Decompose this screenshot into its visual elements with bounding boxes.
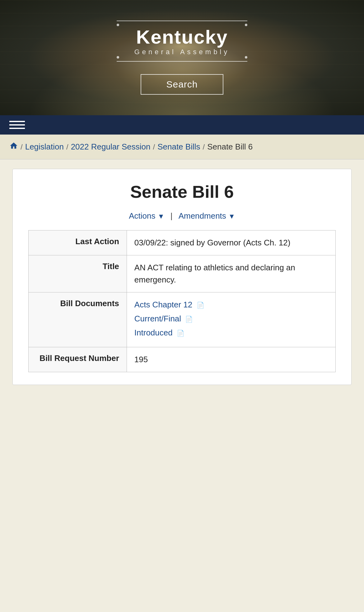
home-icon xyxy=(9,141,18,150)
logo-dots xyxy=(117,24,247,26)
menu-toggle-button[interactable] xyxy=(9,121,25,129)
amendments-label: Amendments xyxy=(179,211,226,221)
hamburger-line-2 xyxy=(9,124,25,126)
logo-dots-bottom xyxy=(117,56,247,59)
current-final-text: Current/Final xyxy=(134,314,181,323)
logo-container: Kentucky General Assembly xyxy=(117,21,247,62)
navbar xyxy=(0,115,364,135)
logo-dot-bottom-left xyxy=(117,56,119,59)
logo-top-line xyxy=(117,21,247,21)
hamburger-line-3 xyxy=(9,128,25,129)
search-container: Search xyxy=(141,74,223,95)
bill-request-row: Bill Request Number 195 xyxy=(29,347,336,372)
search-button[interactable]: Search xyxy=(141,74,223,95)
site-subtitle: General Assembly xyxy=(117,48,247,56)
breadcrumb: / Legislation / 2022 Regular Session / S… xyxy=(0,135,364,159)
bill-request-label: Bill Request Number xyxy=(29,347,127,372)
bill-info-table: Last Action 03/09/22: signed by Governor… xyxy=(28,230,336,372)
last-action-label: Last Action xyxy=(29,230,127,255)
hamburger-line-1 xyxy=(9,121,25,122)
actions-label: Actions xyxy=(129,211,155,221)
logo-dot-bottom-right xyxy=(245,56,247,59)
breadcrumb-sep-2: / xyxy=(66,143,68,151)
bill-request-value: 195 xyxy=(127,347,335,372)
bill-links-bar: Actions ▼ | Amendments ▼ xyxy=(28,211,336,221)
acts-chapter-text: Acts Chapter 12 xyxy=(134,300,192,309)
introduced-link[interactable]: Introduced 📄 xyxy=(134,327,328,339)
bill-title: Senate Bill 6 xyxy=(28,182,336,202)
title-value: AN ACT relating to athletics and declari… xyxy=(127,255,335,292)
bill-card: Senate Bill 6 Actions ▼ | Amendments ▼ L… xyxy=(12,169,352,385)
documents-label: Bill Documents xyxy=(29,292,127,347)
breadcrumb-sep-1: / xyxy=(21,143,23,151)
logo-dot-left xyxy=(117,24,119,26)
documents-row: Bill Documents Acts Chapter 12 📄 Current… xyxy=(29,292,336,347)
breadcrumb-sep-3: / xyxy=(153,143,155,151)
amendments-link[interactable]: Amendments ▼ xyxy=(179,211,235,221)
actions-link[interactable]: Actions ▼ xyxy=(129,211,167,221)
introduced-text: Introduced xyxy=(134,328,173,337)
last-action-row: Last Action 03/09/22: signed by Governor… xyxy=(29,230,336,255)
current-final-link[interactable]: Current/Final 📄 xyxy=(134,313,328,325)
breadcrumb-session-link[interactable]: 2022 Regular Session xyxy=(71,142,151,152)
logo-dot-right xyxy=(245,24,247,26)
site-title: Kentucky xyxy=(117,27,247,47)
title-label: Title xyxy=(29,255,127,292)
acts-chapter-link[interactable]: Acts Chapter 12 📄 xyxy=(134,299,328,311)
logo-bottom-line xyxy=(117,61,247,62)
actions-down-arrow: ▼ xyxy=(158,212,165,220)
breadcrumb-home-link[interactable] xyxy=(9,141,18,152)
introduced-pdf-icon: 📄 xyxy=(177,329,184,338)
links-separator: | xyxy=(170,211,175,221)
current-final-pdf-icon: 📄 xyxy=(185,315,193,324)
hero-header: Kentucky General Assembly Search xyxy=(0,0,364,115)
last-action-value: 03/09/22: signed by Governor (Acts Ch. 1… xyxy=(127,230,335,255)
title-row: Title AN ACT relating to athletics and d… xyxy=(29,255,336,292)
breadcrumb-current: Senate Bill 6 xyxy=(207,142,253,152)
breadcrumb-sep-4: / xyxy=(203,143,205,151)
acts-chapter-pdf-icon: 📄 xyxy=(197,301,204,310)
amendments-down-arrow: ▼ xyxy=(228,212,235,220)
breadcrumb-legislation-link[interactable]: Legislation xyxy=(25,142,64,152)
documents-value: Acts Chapter 12 📄 Current/Final 📄 Introd… xyxy=(127,292,335,347)
breadcrumb-billtype-link[interactable]: Senate Bills xyxy=(157,142,200,152)
main-content: Senate Bill 6 Actions ▼ | Amendments ▼ L… xyxy=(0,159,364,394)
